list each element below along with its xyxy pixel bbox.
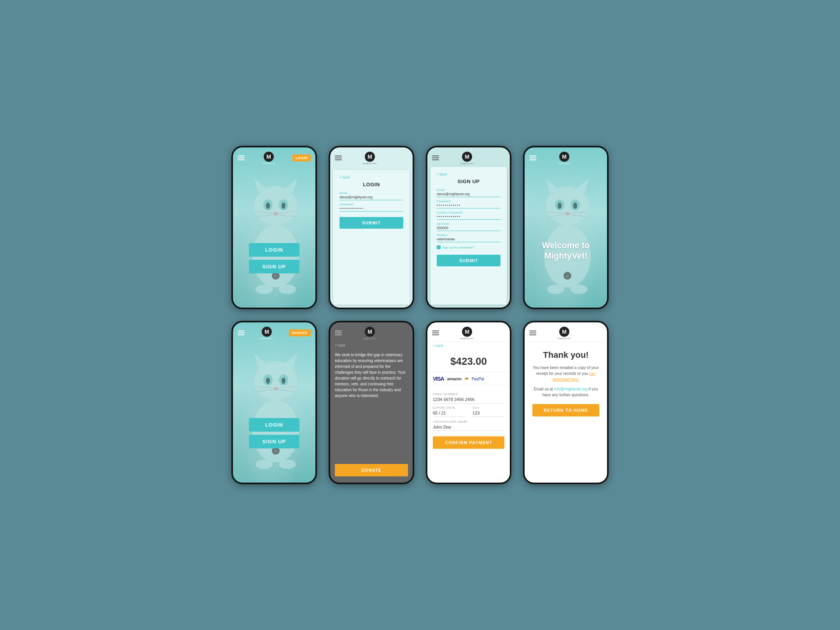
menu-icon-8[interactable] <box>529 331 536 335</box>
svg-text:M: M <box>465 329 469 335</box>
thankyou-text-1: You have been emailed a copy of your rec… <box>532 365 599 382</box>
svg-point-31 <box>573 203 577 209</box>
screens-grid: M mightyvet LOGIN <box>231 146 609 484</box>
svg-text:M: M <box>264 329 269 335</box>
password-value-login[interactable]: •••••••••••• <box>340 206 403 212</box>
svg-point-50 <box>282 378 285 384</box>
cardholder-value[interactable]: John Doe <box>433 425 504 431</box>
newsletter-checkbox[interactable] <box>437 245 441 249</box>
svg-text:M: M <box>368 329 372 335</box>
screen-home-1: M mightyvet LOGIN <box>231 146 317 309</box>
logo-text-8: mightyvet <box>558 337 571 340</box>
return-home-btn[interactable]: RETURN TO HOME <box>532 404 599 416</box>
svg-point-38 <box>547 285 564 294</box>
svg-point-8 <box>282 203 285 209</box>
svg-text:M: M <box>566 275 569 278</box>
back-link-signup[interactable]: < back <box>437 172 500 176</box>
menu-icon-2[interactable] <box>335 156 342 160</box>
signup-form-title: SIGN UP <box>437 178 500 184</box>
logo-text-4: mightyvet <box>558 162 571 164</box>
logo-text-7: mightyvet <box>460 337 474 340</box>
svg-point-30 <box>558 203 562 209</box>
signup-btn-5[interactable]: SIGN UP <box>249 435 299 448</box>
expire-value[interactable]: 05 / 21 <box>433 411 465 417</box>
email-value-login[interactable]: steve@mightyvet.org <box>340 195 403 200</box>
welcome-text-area: Welcome to MightyVet! <box>525 240 607 261</box>
email-link[interactable]: info@mightyvet.org <box>554 387 588 391</box>
signup-btn-1[interactable]: SIGN UP <box>249 260 299 273</box>
logo-text-3: mightyvet <box>460 162 474 164</box>
expire-field: EXPIRE DATE 05 / 21 <box>433 406 465 417</box>
password-label-login: Password <box>340 203 403 206</box>
thankyou-title: Thank you! <box>532 350 599 360</box>
payment-methods-row: VISA amazon 💳 PayPal <box>427 372 510 385</box>
back-link-payment[interactable]: < back <box>433 344 504 348</box>
position-value[interactable]: veterinarian <box>437 237 500 242</box>
menu-icon-4[interactable] <box>529 156 536 160</box>
password-value-signup[interactable]: •••••••••••• <box>437 203 500 208</box>
menu-icon-3[interactable] <box>432 156 439 160</box>
payment-form: CARD NUMBER 1234 5678 3456 2456 EXPIRE D… <box>427 389 510 431</box>
card-number-row: 1234 5678 3456 2456 <box>433 397 504 404</box>
logo-text-5: mightyvet <box>260 337 273 340</box>
logo-1: M mightyvet <box>262 151 275 164</box>
logo-m-icon-6: M <box>364 326 375 337</box>
email-value-signup[interactable]: steve@mightyvet.org <box>437 192 500 197</box>
menu-icon-6[interactable] <box>335 331 342 335</box>
expire-label: EXPIRE DATE <box>433 406 465 410</box>
submit-btn-signup[interactable]: SUBMIT <box>437 255 500 266</box>
screen-login: M mightyvet < back LOGIN Email steve@mig… <box>329 146 414 309</box>
donate-action-btn[interactable]: DONATE <box>335 464 408 476</box>
svg-point-16 <box>279 285 296 294</box>
header-3: M mightyvet <box>427 147 510 167</box>
screen-signup: M mightyvet < back SIGN UP Email steve@m… <box>426 146 511 309</box>
svg-point-2 <box>254 186 297 225</box>
header-5: M mightyvet DONATE <box>233 322 315 342</box>
amazon-logo[interactable]: amazon <box>447 377 462 381</box>
donate-btn-5[interactable]: DONATE <box>289 329 311 336</box>
svg-point-58 <box>279 460 296 469</box>
btn-area-5: LOGIN SIGN UP <box>233 418 315 452</box>
login-btn-5[interactable]: LOGIN <box>249 418 299 432</box>
logo-5: M mightyvet <box>260 326 273 340</box>
logo-6: M mightyvet <box>363 326 377 340</box>
svg-marker-46 <box>284 354 297 367</box>
btn-area-1: LOGIN SIGN UP <box>233 243 315 276</box>
back-link-login[interactable]: < back <box>340 175 403 179</box>
email-label-signup: Email <box>437 188 500 192</box>
password-label-signup: Password <box>437 200 500 203</box>
svg-text:M: M <box>562 329 567 335</box>
cvv-value[interactable]: 123 <box>472 411 504 417</box>
svg-marker-3 <box>254 178 268 192</box>
position-label: Position <box>437 233 500 237</box>
logo-m-icon-8: M <box>559 326 570 337</box>
confirm-payment-btn[interactable]: CONFIRM PAYMENT <box>433 436 504 449</box>
zip-value[interactable]: 000000 <box>437 226 500 231</box>
newsletter-row[interactable]: Sign up for newsletter? <box>437 245 500 249</box>
logo-4: M mightyvet <box>558 151 571 164</box>
screen-welcome: M mightyvet <box>523 146 609 309</box>
screen-thankyou: M mightyvet Thank you! You have been ema… <box>523 321 609 484</box>
login-btn-1[interactable]: LOGIN <box>249 243 299 257</box>
menu-icon-5[interactable] <box>238 331 245 335</box>
paypal-logo[interactable]: PayPal <box>472 377 484 381</box>
header-4: M mightyvet <box>525 147 607 167</box>
logo-text-1: mightyvet <box>262 162 275 164</box>
svg-marker-27 <box>575 178 589 192</box>
menu-icon-1[interactable] <box>238 156 245 160</box>
welcome-title: Welcome to MightyVet! <box>532 240 599 261</box>
donate-btn-1[interactable]: LOGIN <box>292 154 311 161</box>
header-2: M mightyvet <box>330 147 413 167</box>
visa-logo[interactable]: VISA <box>433 376 444 382</box>
cat-illustration-1: M <box>237 175 315 299</box>
svg-point-15 <box>256 285 273 294</box>
screen-payment: M mightyvet < back $423.00 VISA amazon 💳… <box>426 321 511 484</box>
back-link-donate[interactable]: < back <box>335 343 408 347</box>
submit-btn-login[interactable]: SUBMIT <box>340 217 403 229</box>
logo-m-icon-2: M <box>364 151 375 162</box>
paypal-p: 💳 <box>465 377 469 381</box>
confirm-password-value[interactable]: •••••••••••• <box>437 215 500 220</box>
donate-info-body: We seek to bridge the gap in veterinary … <box>330 350 413 464</box>
menu-icon-7[interactable] <box>432 331 439 335</box>
card-number-value[interactable]: 1234 5678 3456 2456 <box>433 397 474 402</box>
